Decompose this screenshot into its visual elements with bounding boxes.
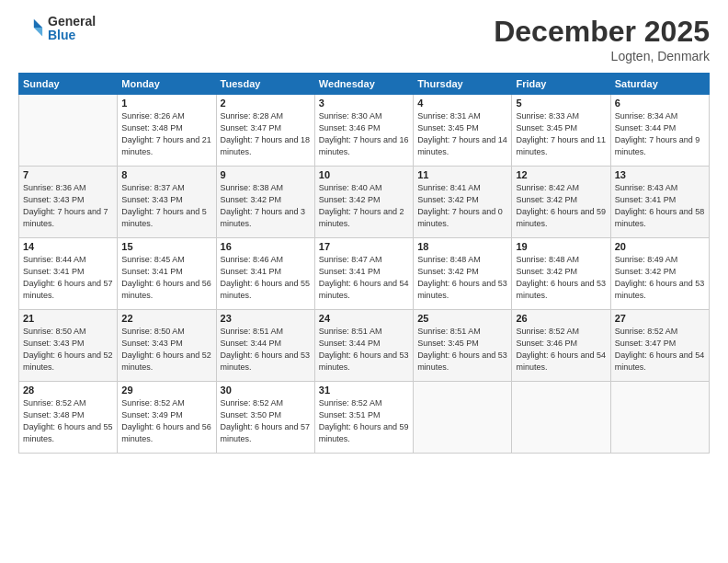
calendar-cell: 25Sunrise: 8:51 AMSunset: 3:45 PMDayligh… <box>414 310 512 382</box>
calendar-cell: 10Sunrise: 8:40 AMSunset: 3:42 PMDayligh… <box>314 167 413 238</box>
day-info: Sunrise: 8:51 AMSunset: 3:45 PMDaylight:… <box>417 326 507 373</box>
day-number: 6 <box>615 98 705 109</box>
day-number: 22 <box>121 313 211 324</box>
week-row-1: 1Sunrise: 8:26 AMSunset: 3:48 PMDaylight… <box>19 95 710 167</box>
day-info: Sunrise: 8:38 AMSunset: 3:42 PMDaylight:… <box>221 182 311 230</box>
calendar-table: SundayMondayTuesdayWednesdayThursdayFrid… <box>18 73 710 454</box>
calendar-cell <box>414 382 512 454</box>
calendar-cell: 5Sunrise: 8:33 AMSunset: 3:45 PMDaylight… <box>512 95 610 167</box>
day-info: Sunrise: 8:45 AMSunset: 3:41 PMDaylight:… <box>121 254 211 302</box>
calendar-cell: 3Sunrise: 8:30 AMSunset: 3:46 PMDaylight… <box>314 95 413 167</box>
day-info: Sunrise: 8:51 AMSunset: 3:44 PMDaylight:… <box>221 326 311 373</box>
col-header-friday: Friday <box>512 74 610 95</box>
logo-general: General <box>48 15 96 29</box>
day-number: 13 <box>615 169 705 180</box>
day-info: Sunrise: 8:47 AMSunset: 3:41 PMDaylight:… <box>319 254 409 302</box>
header: General Blue December 2025 Logten, Denma… <box>18 15 710 63</box>
calendar-cell: 8Sunrise: 8:37 AMSunset: 3:43 PMDaylight… <box>118 167 216 238</box>
col-header-saturday: Saturday <box>610 74 709 95</box>
logo: General Blue <box>18 15 96 43</box>
calendar-cell: 29Sunrise: 8:52 AMSunset: 3:49 PMDayligh… <box>118 382 216 454</box>
day-number: 1 <box>121 98 211 109</box>
calendar-cell <box>512 382 610 454</box>
month-title: December 2025 <box>494 15 710 49</box>
logo-text: General Blue <box>48 15 96 43</box>
day-info: Sunrise: 8:41 AMSunset: 3:42 PMDaylight:… <box>417 182 507 230</box>
day-number: 8 <box>121 169 211 180</box>
day-info: Sunrise: 8:43 AMSunset: 3:41 PMDaylight:… <box>615 182 705 230</box>
day-info: Sunrise: 8:46 AMSunset: 3:41 PMDaylight:… <box>221 254 311 302</box>
calendar-cell: 24Sunrise: 8:51 AMSunset: 3:44 PMDayligh… <box>314 310 413 382</box>
calendar-cell: 19Sunrise: 8:48 AMSunset: 3:42 PMDayligh… <box>512 238 610 310</box>
day-info: Sunrise: 8:52 AMSunset: 3:46 PMDaylight:… <box>516 326 606 373</box>
day-info: Sunrise: 8:40 AMSunset: 3:42 PMDaylight:… <box>319 182 409 230</box>
day-number: 16 <box>221 241 311 252</box>
day-info: Sunrise: 8:34 AMSunset: 3:44 PMDaylight:… <box>615 110 705 158</box>
col-header-monday: Monday <box>118 74 216 95</box>
title-block: December 2025 Logten, Denmark <box>494 15 710 63</box>
week-row-4: 21Sunrise: 8:50 AMSunset: 3:43 PMDayligh… <box>19 310 710 382</box>
calendar-cell: 6Sunrise: 8:34 AMSunset: 3:44 PMDaylight… <box>610 95 709 167</box>
day-number: 12 <box>516 169 606 180</box>
calendar-cell: 1Sunrise: 8:26 AMSunset: 3:48 PMDaylight… <box>118 95 216 167</box>
day-info: Sunrise: 8:50 AMSunset: 3:43 PMDaylight:… <box>121 326 211 373</box>
day-info: Sunrise: 8:30 AMSunset: 3:46 PMDaylight:… <box>319 110 409 158</box>
day-number: 18 <box>417 241 507 252</box>
day-info: Sunrise: 8:42 AMSunset: 3:42 PMDaylight:… <box>516 182 606 230</box>
calendar-cell: 26Sunrise: 8:52 AMSunset: 3:46 PMDayligh… <box>512 310 610 382</box>
day-number: 24 <box>319 313 409 324</box>
day-number: 4 <box>417 98 507 109</box>
calendar-cell: 13Sunrise: 8:43 AMSunset: 3:41 PMDayligh… <box>610 167 709 238</box>
logo-icon <box>18 16 44 41</box>
day-info: Sunrise: 8:31 AMSunset: 3:45 PMDaylight:… <box>417 110 507 158</box>
day-number: 26 <box>516 313 606 324</box>
day-number: 11 <box>417 169 507 180</box>
calendar-cell: 15Sunrise: 8:45 AMSunset: 3:41 PMDayligh… <box>118 238 216 310</box>
day-info: Sunrise: 8:26 AMSunset: 3:48 PMDaylight:… <box>121 110 211 158</box>
day-info: Sunrise: 8:52 AMSunset: 3:49 PMDaylight:… <box>121 397 211 445</box>
calendar-cell: 20Sunrise: 8:49 AMSunset: 3:42 PMDayligh… <box>610 238 709 310</box>
col-header-wednesday: Wednesday <box>314 74 413 95</box>
calendar-cell: 31Sunrise: 8:52 AMSunset: 3:51 PMDayligh… <box>314 382 413 454</box>
calendar-cell: 9Sunrise: 8:38 AMSunset: 3:42 PMDaylight… <box>216 167 314 238</box>
calendar-cell: 28Sunrise: 8:52 AMSunset: 3:48 PMDayligh… <box>19 382 118 454</box>
calendar-cell: 21Sunrise: 8:50 AMSunset: 3:43 PMDayligh… <box>19 310 118 382</box>
calendar-cell: 12Sunrise: 8:42 AMSunset: 3:42 PMDayligh… <box>512 167 610 238</box>
day-number: 9 <box>221 169 311 180</box>
calendar-cell: 14Sunrise: 8:44 AMSunset: 3:41 PMDayligh… <box>19 238 118 310</box>
col-header-thursday: Thursday <box>414 74 512 95</box>
day-number: 28 <box>23 385 113 396</box>
day-info: Sunrise: 8:52 AMSunset: 3:51 PMDaylight:… <box>319 397 409 445</box>
day-info: Sunrise: 8:48 AMSunset: 3:42 PMDaylight:… <box>516 254 606 302</box>
day-number: 20 <box>615 241 705 252</box>
calendar-cell: 11Sunrise: 8:41 AMSunset: 3:42 PMDayligh… <box>414 167 512 238</box>
day-info: Sunrise: 8:52 AMSunset: 3:50 PMDaylight:… <box>221 397 311 445</box>
day-number: 14 <box>23 241 113 252</box>
day-info: Sunrise: 8:52 AMSunset: 3:48 PMDaylight:… <box>23 397 113 445</box>
calendar-cell: 27Sunrise: 8:52 AMSunset: 3:47 PMDayligh… <box>610 310 709 382</box>
calendar-cell: 2Sunrise: 8:28 AMSunset: 3:47 PMDaylight… <box>216 95 314 167</box>
calendar-cell: 22Sunrise: 8:50 AMSunset: 3:43 PMDayligh… <box>118 310 216 382</box>
header-row: SundayMondayTuesdayWednesdayThursdayFrid… <box>19 74 710 95</box>
day-number: 2 <box>221 98 311 109</box>
day-number: 5 <box>516 98 606 109</box>
day-info: Sunrise: 8:36 AMSunset: 3:43 PMDaylight:… <box>23 182 113 230</box>
day-number: 10 <box>319 169 409 180</box>
day-info: Sunrise: 8:44 AMSunset: 3:41 PMDaylight:… <box>23 254 113 302</box>
calendar-cell <box>19 95 118 167</box>
calendar-cell: 4Sunrise: 8:31 AMSunset: 3:45 PMDaylight… <box>414 95 512 167</box>
col-header-tuesday: Tuesday <box>216 74 314 95</box>
logo-blue: Blue <box>48 29 96 42</box>
day-info: Sunrise: 8:33 AMSunset: 3:45 PMDaylight:… <box>516 110 606 158</box>
day-info: Sunrise: 8:52 AMSunset: 3:47 PMDaylight:… <box>615 326 705 373</box>
calendar-cell: 23Sunrise: 8:51 AMSunset: 3:44 PMDayligh… <box>216 310 314 382</box>
calendar-cell: 30Sunrise: 8:52 AMSunset: 3:50 PMDayligh… <box>216 382 314 454</box>
day-info: Sunrise: 8:28 AMSunset: 3:47 PMDaylight:… <box>221 110 311 158</box>
day-info: Sunrise: 8:51 AMSunset: 3:44 PMDaylight:… <box>319 326 409 373</box>
calendar-cell: 18Sunrise: 8:48 AMSunset: 3:42 PMDayligh… <box>414 238 512 310</box>
col-header-sunday: Sunday <box>19 74 118 95</box>
day-number: 27 <box>615 313 705 324</box>
calendar-cell: 17Sunrise: 8:47 AMSunset: 3:41 PMDayligh… <box>314 238 413 310</box>
day-number: 19 <box>516 241 606 252</box>
day-info: Sunrise: 8:50 AMSunset: 3:43 PMDaylight:… <box>23 326 113 373</box>
